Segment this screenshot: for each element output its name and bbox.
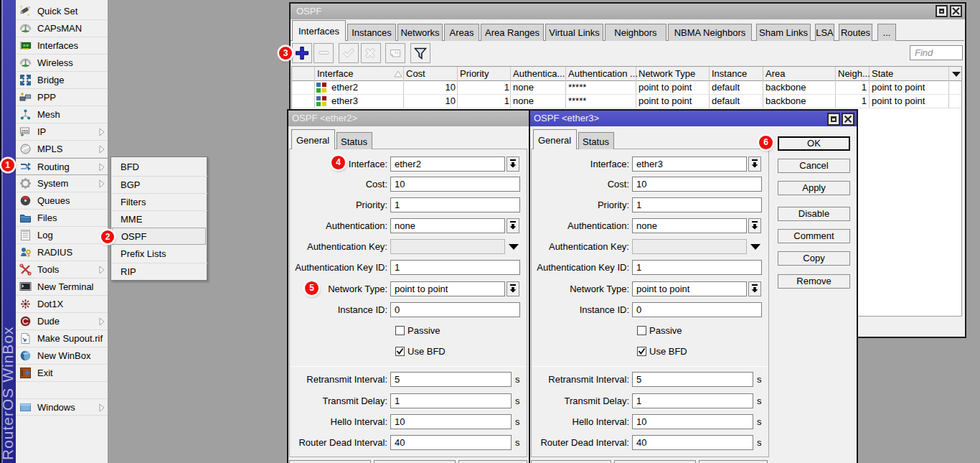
svg-text:255: 255: [22, 129, 29, 134]
